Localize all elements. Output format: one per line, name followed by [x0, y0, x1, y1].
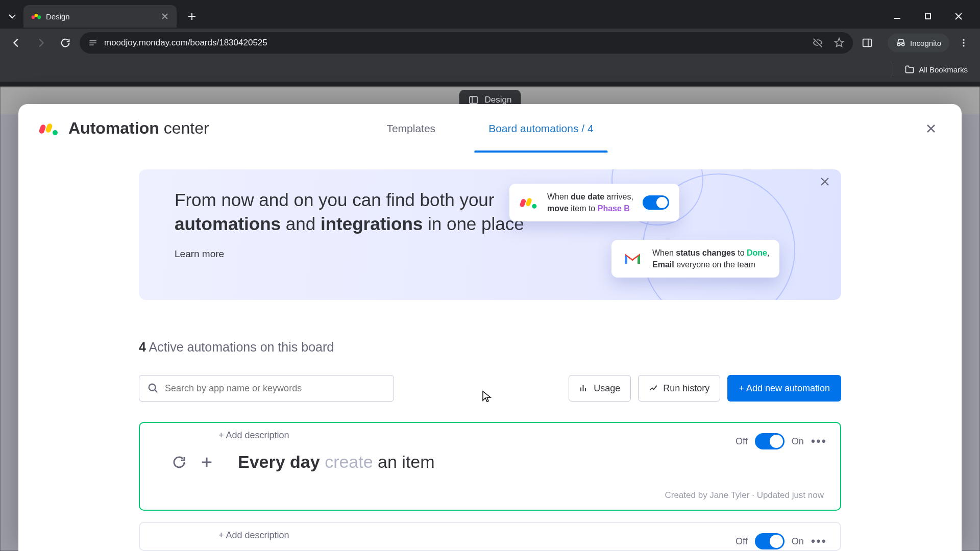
modal-title: Automation center: [68, 119, 209, 138]
card-toggle-group: Off On •••: [736, 533, 827, 549]
banner-headline: From now and on you can find both your a…: [175, 188, 542, 236]
card-menu-icon[interactable]: •••: [811, 434, 827, 448]
modal-body: From now and on you can find both your a…: [18, 153, 962, 551]
tab-search-dropdown[interactable]: [4, 8, 20, 24]
toggle-off-label: Off: [736, 536, 748, 547]
add-description-link[interactable]: + Add description: [218, 530, 824, 541]
svg-point-15: [149, 384, 156, 391]
svg-point-1: [35, 14, 38, 17]
tab-title: Design: [46, 12, 155, 21]
svg-rect-13: [525, 197, 532, 207]
monday-favicon-icon: [31, 11, 41, 21]
automation-center-modal: Automation center Templates Board automa…: [18, 104, 962, 551]
svg-rect-9: [39, 123, 46, 134]
card-menu-icon[interactable]: •••: [811, 534, 827, 548]
tab-templates[interactable]: Templates: [376, 104, 446, 153]
chart-icon: [579, 384, 589, 393]
learn-more-link[interactable]: Learn more: [175, 248, 542, 260]
svg-point-7: [963, 45, 964, 46]
window-maximize-icon[interactable]: [919, 7, 937, 26]
browser-chrome: Design moodjoy.monday.com/boards/1830420…: [0, 0, 980, 87]
banner-card-integration: When status changes to Done, Email every…: [611, 240, 779, 278]
bookmarks-bar: All Bookmarks: [0, 57, 980, 82]
run-history-button[interactable]: Run history: [638, 375, 720, 402]
site-settings-icon[interactable]: [88, 38, 98, 48]
address-bar[interactable]: moodjoy.monday.com/boards/1830420525: [80, 32, 853, 54]
modal-tabs: Templates Board automations / 4: [376, 104, 603, 153]
incognito-label: Incognito: [910, 39, 941, 47]
side-panel-icon[interactable]: [857, 33, 877, 53]
banner-card-automation: When due date arrives, move item to Phas…: [509, 184, 679, 221]
search-field[interactable]: [165, 383, 385, 394]
svg-rect-3: [925, 14, 930, 19]
page-tooltip-text: Design: [485, 95, 512, 105]
svg-point-0: [32, 15, 35, 19]
window-controls: [888, 7, 980, 26]
all-bookmarks-label: All Bookmarks: [919, 65, 968, 74]
gmail-icon: [622, 248, 643, 269]
tab-strip: Design: [0, 0, 980, 29]
incognito-icon: [896, 38, 906, 48]
automation-card[interactable]: + Add description Off On •••: [139, 522, 841, 551]
back-button[interactable]: [6, 33, 27, 53]
folder-icon: [904, 64, 915, 74]
tab-close-icon[interactable]: [160, 12, 169, 21]
tab-board-automations[interactable]: Board automations / 4: [478, 104, 603, 153]
monday-mini-icon: [520, 193, 538, 212]
automation-card[interactable]: + Add description Off On ••• Every day c…: [139, 422, 841, 511]
toggle-off-label: Off: [736, 436, 748, 447]
automation-toggle[interactable]: [755, 533, 785, 549]
reload-button[interactable]: [55, 33, 76, 53]
browser-menu-icon[interactable]: [953, 33, 974, 53]
svg-point-14: [532, 204, 536, 209]
svg-point-6: [963, 42, 964, 43]
modal-header: Automation center Templates Board automa…: [18, 104, 962, 153]
info-banner: From now and on you can find both your a…: [139, 169, 841, 300]
trend-icon: [649, 384, 658, 393]
usage-button[interactable]: Usage: [569, 375, 631, 402]
browser-tab[interactable]: Design: [23, 5, 177, 28]
forward-button[interactable]: [31, 33, 51, 53]
bookmark-star-icon[interactable]: [834, 37, 845, 48]
active-automations-heading: 4 Active automations on this board: [139, 340, 841, 355]
incognito-badge[interactable]: Incognito: [888, 34, 949, 52]
refresh-icon: [170, 454, 188, 471]
card-toggle-group: Off On •••: [736, 433, 827, 449]
banner-illustration: When due date arrives, move item to Phas…: [499, 169, 826, 300]
add-description-link[interactable]: + Add description: [218, 430, 824, 441]
add-new-automation-button[interactable]: + Add new automation: [727, 375, 841, 402]
toggle-on-label: On: [792, 536, 804, 547]
nav-toolbar: moodjoy.monday.com/boards/1830420525 Inc…: [0, 29, 980, 57]
all-bookmarks-link[interactable]: All Bookmarks: [904, 64, 968, 74]
svg-point-11: [53, 130, 58, 135]
monday-logo-icon: [39, 118, 59, 139]
svg-rect-4: [863, 39, 872, 47]
plus-icon: [198, 454, 215, 471]
eye-off-icon[interactable]: [812, 37, 823, 48]
url-text: moodjoy.monday.com/boards/1830420525: [104, 38, 267, 48]
card-meta: Created by Jane Tyler · Updated just now: [156, 490, 824, 500]
toggle-on-label: On: [792, 436, 804, 447]
svg-rect-8: [470, 96, 477, 103]
search-icon: [148, 383, 159, 394]
svg-point-2: [37, 15, 41, 19]
window-close-icon[interactable]: [949, 7, 968, 26]
window-minimize-icon[interactable]: [888, 7, 906, 26]
automation-recipe: Every day create an item: [238, 452, 435, 472]
svg-point-5: [963, 39, 964, 41]
svg-rect-10: [45, 122, 53, 133]
automation-toggle[interactable]: [755, 433, 785, 449]
modal-close-button[interactable]: [921, 118, 941, 139]
search-input[interactable]: [139, 375, 394, 402]
cursor-icon: [482, 390, 492, 404]
mini-toggle-icon: [643, 195, 669, 210]
panel-icon: [469, 95, 479, 105]
new-tab-button[interactable]: [183, 7, 201, 26]
svg-rect-12: [520, 198, 526, 208]
